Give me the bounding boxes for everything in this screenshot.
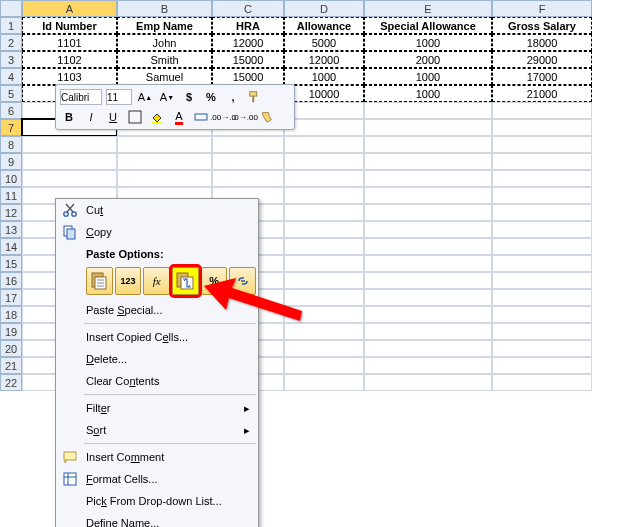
cell[interactable]: John [117, 34, 212, 51]
cell[interactable] [364, 323, 492, 340]
shrink-font-icon[interactable]: A▼ [158, 88, 176, 106]
decrease-decimal-icon[interactable]: .0→.00 [236, 108, 254, 126]
row-header-17[interactable]: 17 [0, 289, 22, 306]
cell[interactable] [284, 323, 364, 340]
row-header-1[interactable]: 1 [0, 17, 22, 34]
menu-paste-special[interactable]: Paste Special... [56, 299, 258, 321]
row-header-22[interactable]: 22 [0, 374, 22, 391]
cell[interactable]: 1000 [364, 85, 492, 102]
cell[interactable] [364, 255, 492, 272]
grow-font-icon[interactable]: A▲ [136, 88, 154, 106]
cell[interactable] [492, 221, 592, 238]
cell[interactable] [212, 170, 284, 187]
cell[interactable] [117, 170, 212, 187]
cell[interactable]: Smith [117, 51, 212, 68]
cell[interactable]: 18000 [492, 34, 592, 51]
cell[interactable]: Id Number [22, 17, 117, 34]
cell[interactable] [492, 374, 592, 391]
row-header-11[interactable]: 11 [0, 187, 22, 204]
cell[interactable] [492, 306, 592, 323]
cell[interactable] [364, 102, 492, 119]
format-painter2-icon[interactable] [258, 108, 276, 126]
menu-pick-from-list[interactable]: Pick From Drop-down List... [56, 490, 258, 512]
row-header-9[interactable]: 9 [0, 153, 22, 170]
cell[interactable] [364, 119, 492, 136]
row-header-16[interactable]: 16 [0, 272, 22, 289]
menu-insert-comment[interactable]: Insert Comment [56, 446, 258, 468]
cell[interactable] [492, 289, 592, 306]
menu-format-cells[interactable]: Format Cells... [56, 468, 258, 490]
font-color-icon[interactable]: A [170, 108, 188, 126]
row-header-15[interactable]: 15 [0, 255, 22, 272]
cell[interactable] [492, 323, 592, 340]
cell[interactable] [284, 374, 364, 391]
row-header-19[interactable]: 19 [0, 323, 22, 340]
cell[interactable] [22, 136, 117, 153]
cell[interactable] [284, 204, 364, 221]
menu-delete[interactable]: Delete... [56, 348, 258, 370]
cell[interactable]: 12000 [284, 51, 364, 68]
row-header-14[interactable]: 14 [0, 238, 22, 255]
cell[interactable] [284, 255, 364, 272]
cell[interactable]: 1102 [22, 51, 117, 68]
paste-link-button[interactable] [229, 267, 256, 295]
size-select[interactable] [106, 89, 132, 105]
cell[interactable] [284, 187, 364, 204]
menu-cut[interactable]: Cut [56, 199, 258, 221]
paste-values-button[interactable]: 123 [115, 267, 142, 295]
cell[interactable]: 1000 [364, 34, 492, 51]
cell[interactable] [364, 153, 492, 170]
row-header-4[interactable]: 4 [0, 68, 22, 85]
cell[interactable] [492, 340, 592, 357]
cell[interactable] [364, 238, 492, 255]
paste-formulas-button[interactable]: fx [143, 267, 170, 295]
cell[interactable]: 1000 [364, 68, 492, 85]
col-header-C[interactable]: C [212, 0, 284, 17]
cell[interactable] [284, 221, 364, 238]
cell[interactable] [284, 238, 364, 255]
cell[interactable] [492, 238, 592, 255]
cell[interactable]: 2000 [364, 51, 492, 68]
cell[interactable] [284, 357, 364, 374]
cell[interactable] [364, 306, 492, 323]
cell[interactable] [284, 289, 364, 306]
cell[interactable]: 29000 [492, 51, 592, 68]
percent-format-icon[interactable]: % [202, 88, 220, 106]
col-header-D[interactable]: D [284, 0, 364, 17]
cell[interactable] [284, 340, 364, 357]
row-header-6[interactable]: 6 [0, 102, 22, 119]
cell[interactable] [22, 170, 117, 187]
border-icon[interactable] [126, 108, 144, 126]
cell[interactable] [364, 272, 492, 289]
select-all[interactable] [0, 0, 22, 17]
cell[interactable]: 12000 [212, 34, 284, 51]
cell[interactable] [212, 153, 284, 170]
paste-transpose-button[interactable] [172, 267, 199, 295]
cell[interactable]: Allowance [284, 17, 364, 34]
col-header-E[interactable]: E [364, 0, 492, 17]
cell[interactable] [212, 136, 284, 153]
font-select[interactable] [60, 89, 102, 105]
menu-sort[interactable]: Sort▸ [56, 419, 258, 441]
cell[interactable] [284, 102, 364, 119]
cell[interactable] [284, 136, 364, 153]
cell[interactable]: Samuel [117, 68, 212, 85]
cell[interactable] [492, 255, 592, 272]
cell[interactable] [364, 136, 492, 153]
cell[interactable]: 10000 [284, 85, 364, 102]
cell[interactable] [364, 357, 492, 374]
cell[interactable] [492, 119, 592, 136]
cell[interactable] [117, 153, 212, 170]
menu-insert-copied[interactable]: Insert Copied Cells... [56, 326, 258, 348]
col-header-B[interactable]: B [117, 0, 212, 17]
menu-filter[interactable]: Filter▸ [56, 397, 258, 419]
bold-icon[interactable]: B [60, 108, 78, 126]
row-header-21[interactable]: 21 [0, 357, 22, 374]
row-header-2[interactable]: 2 [0, 34, 22, 51]
accounting-format-icon[interactable]: $ [180, 88, 198, 106]
underline-icon[interactable]: U [104, 108, 122, 126]
cell[interactable] [284, 119, 364, 136]
comma-format-icon[interactable]: , [224, 88, 242, 106]
cell[interactable] [22, 153, 117, 170]
fill-color-icon[interactable] [148, 108, 166, 126]
